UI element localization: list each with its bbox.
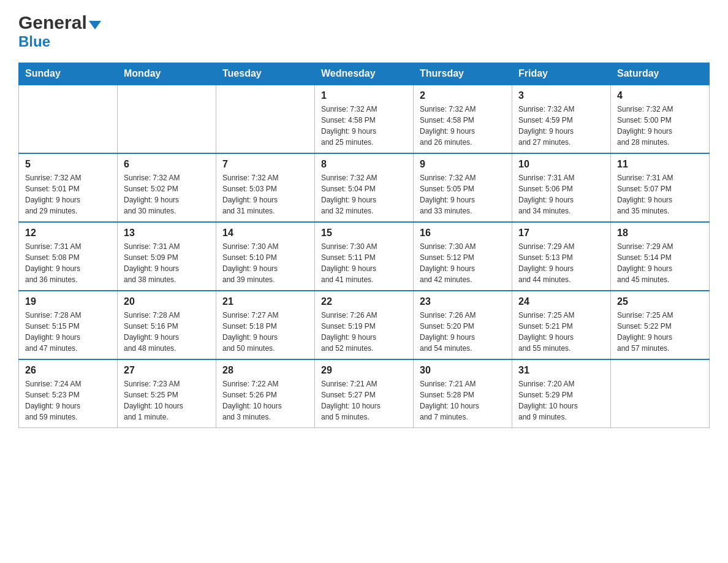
- week-row-1: 1Sunrise: 7:32 AMSunset: 4:58 PMDaylight…: [19, 85, 710, 153]
- day-info: Sunrise: 7:30 AMSunset: 5:12 PMDaylight:…: [420, 241, 506, 285]
- cell-week3-day1: 13Sunrise: 7:31 AMSunset: 5:09 PMDayligh…: [118, 222, 216, 291]
- logo-blue: Blue: [18, 33, 50, 50]
- day-number: 7: [222, 159, 308, 170]
- col-wednesday: Wednesday: [315, 63, 414, 85]
- cell-week4-day1: 20Sunrise: 7:28 AMSunset: 5:16 PMDayligh…: [118, 291, 216, 359]
- week-row-2: 5Sunrise: 7:32 AMSunset: 5:01 PMDaylight…: [19, 153, 710, 222]
- day-info: Sunrise: 7:32 AMSunset: 4:59 PMDaylight:…: [518, 104, 604, 148]
- calendar-header-row: Sunday Monday Tuesday Wednesday Thursday…: [19, 63, 710, 85]
- day-number: 12: [25, 228, 111, 239]
- week-row-5: 26Sunrise: 7:24 AMSunset: 5:23 PMDayligh…: [19, 359, 710, 428]
- day-number: 8: [321, 159, 407, 170]
- day-number: 3: [518, 90, 604, 101]
- day-number: 2: [420, 90, 506, 101]
- day-number: 26: [25, 365, 111, 376]
- cell-week1-day6: 4Sunrise: 7:32 AMSunset: 5:00 PMDaylight…: [611, 85, 710, 153]
- cell-week1-day4: 2Sunrise: 7:32 AMSunset: 4:58 PMDaylight…: [414, 85, 512, 153]
- day-info: Sunrise: 7:20 AMSunset: 5:29 PMDaylight:…: [518, 378, 604, 423]
- cell-week5-day4: 30Sunrise: 7:21 AMSunset: 5:28 PMDayligh…: [414, 359, 512, 428]
- col-thursday: Thursday: [414, 63, 512, 85]
- day-info: Sunrise: 7:26 AMSunset: 5:20 PMDaylight:…: [420, 310, 506, 354]
- cell-week3-day2: 14Sunrise: 7:30 AMSunset: 5:10 PMDayligh…: [216, 222, 315, 291]
- cell-week1-day2: [216, 85, 315, 153]
- day-number: 16: [420, 228, 506, 239]
- day-info: Sunrise: 7:31 AMSunset: 5:09 PMDaylight:…: [124, 241, 210, 285]
- day-number: 17: [518, 228, 604, 239]
- day-number: 30: [420, 365, 506, 376]
- day-info: Sunrise: 7:28 AMSunset: 5:16 PMDaylight:…: [124, 310, 210, 354]
- day-info: Sunrise: 7:24 AMSunset: 5:23 PMDaylight:…: [25, 378, 111, 423]
- logo-general: General: [18, 12, 87, 33]
- week-row-4: 19Sunrise: 7:28 AMSunset: 5:15 PMDayligh…: [19, 291, 710, 359]
- cell-week3-day5: 17Sunrise: 7:29 AMSunset: 5:13 PMDayligh…: [512, 222, 611, 291]
- day-number: 1: [321, 90, 407, 101]
- cell-week4-day0: 19Sunrise: 7:28 AMSunset: 5:15 PMDayligh…: [19, 291, 118, 359]
- cell-week4-day5: 24Sunrise: 7:25 AMSunset: 5:21 PMDayligh…: [512, 291, 611, 359]
- day-info: Sunrise: 7:21 AMSunset: 5:28 PMDaylight:…: [420, 378, 506, 423]
- col-monday: Monday: [118, 63, 216, 85]
- day-number: 21: [222, 296, 308, 307]
- calendar-table: Sunday Monday Tuesday Wednesday Thursday…: [18, 63, 710, 428]
- cell-week2-day6: 11Sunrise: 7:31 AMSunset: 5:07 PMDayligh…: [611, 153, 710, 222]
- day-number: 6: [124, 159, 210, 170]
- day-info: Sunrise: 7:32 AMSunset: 4:58 PMDaylight:…: [420, 104, 506, 148]
- day-number: 4: [617, 90, 703, 101]
- day-number: 28: [222, 365, 308, 376]
- cell-week3-day0: 12Sunrise: 7:31 AMSunset: 5:08 PMDayligh…: [19, 222, 118, 291]
- day-number: 19: [25, 296, 111, 307]
- day-number: 15: [321, 228, 407, 239]
- col-sunday: Sunday: [19, 63, 118, 85]
- cell-week2-day3: 8Sunrise: 7:32 AMSunset: 5:04 PMDaylight…: [315, 153, 414, 222]
- cell-week3-day4: 16Sunrise: 7:30 AMSunset: 5:12 PMDayligh…: [414, 222, 512, 291]
- day-info: Sunrise: 7:31 AMSunset: 5:08 PMDaylight:…: [25, 241, 111, 285]
- day-info: Sunrise: 7:29 AMSunset: 5:14 PMDaylight:…: [617, 241, 703, 285]
- day-number: 23: [420, 296, 506, 307]
- cell-week5-day1: 27Sunrise: 7:23 AMSunset: 5:25 PMDayligh…: [118, 359, 216, 428]
- cell-week4-day6: 25Sunrise: 7:25 AMSunset: 5:22 PMDayligh…: [611, 291, 710, 359]
- day-info: Sunrise: 7:32 AMSunset: 5:05 PMDaylight:…: [420, 172, 506, 216]
- day-number: 22: [321, 296, 407, 307]
- cell-week2-day0: 5Sunrise: 7:32 AMSunset: 5:01 PMDaylight…: [19, 153, 118, 222]
- logo-triangle-icon: [89, 21, 101, 29]
- day-info: Sunrise: 7:30 AMSunset: 5:10 PMDaylight:…: [222, 241, 308, 285]
- page-header: General Blue: [18, 12, 710, 50]
- day-info: Sunrise: 7:32 AMSunset: 5:01 PMDaylight:…: [25, 172, 111, 216]
- cell-week5-day3: 29Sunrise: 7:21 AMSunset: 5:27 PMDayligh…: [315, 359, 414, 428]
- day-number: 31: [518, 365, 604, 376]
- cell-week2-day1: 6Sunrise: 7:32 AMSunset: 5:02 PMDaylight…: [118, 153, 216, 222]
- logo-text: General: [18, 12, 101, 33]
- cell-week1-day1: [118, 85, 216, 153]
- day-number: 11: [617, 159, 703, 170]
- cell-week5-day2: 28Sunrise: 7:22 AMSunset: 5:26 PMDayligh…: [216, 359, 315, 428]
- day-info: Sunrise: 7:31 AMSunset: 5:06 PMDaylight:…: [518, 172, 604, 216]
- day-info: Sunrise: 7:32 AMSunset: 5:00 PMDaylight:…: [617, 104, 703, 148]
- day-info: Sunrise: 7:32 AMSunset: 5:02 PMDaylight:…: [124, 172, 210, 216]
- cell-week4-day4: 23Sunrise: 7:26 AMSunset: 5:20 PMDayligh…: [414, 291, 512, 359]
- day-number: 14: [222, 228, 308, 239]
- day-info: Sunrise: 7:28 AMSunset: 5:15 PMDaylight:…: [25, 310, 111, 354]
- day-info: Sunrise: 7:21 AMSunset: 5:27 PMDaylight:…: [321, 378, 407, 423]
- day-number: 27: [124, 365, 210, 376]
- day-info: Sunrise: 7:30 AMSunset: 5:11 PMDaylight:…: [321, 241, 407, 285]
- day-number: 10: [518, 159, 604, 170]
- day-info: Sunrise: 7:25 AMSunset: 5:22 PMDaylight:…: [617, 310, 703, 354]
- cell-week1-day5: 3Sunrise: 7:32 AMSunset: 4:59 PMDaylight…: [512, 85, 611, 153]
- cell-week5-day6: [611, 359, 710, 428]
- cell-week2-day2: 7Sunrise: 7:32 AMSunset: 5:03 PMDaylight…: [216, 153, 315, 222]
- cell-week2-day4: 9Sunrise: 7:32 AMSunset: 5:05 PMDaylight…: [414, 153, 512, 222]
- day-info: Sunrise: 7:26 AMSunset: 5:19 PMDaylight:…: [321, 310, 407, 354]
- day-info: Sunrise: 7:32 AMSunset: 5:03 PMDaylight:…: [222, 172, 308, 216]
- cell-week3-day3: 15Sunrise: 7:30 AMSunset: 5:11 PMDayligh…: [315, 222, 414, 291]
- cell-week4-day2: 21Sunrise: 7:27 AMSunset: 5:18 PMDayligh…: [216, 291, 315, 359]
- day-info: Sunrise: 7:29 AMSunset: 5:13 PMDaylight:…: [518, 241, 604, 285]
- cell-week1-day0: [19, 85, 118, 153]
- cell-week5-day5: 31Sunrise: 7:20 AMSunset: 5:29 PMDayligh…: [512, 359, 611, 428]
- cell-week4-day3: 22Sunrise: 7:26 AMSunset: 5:19 PMDayligh…: [315, 291, 414, 359]
- week-row-3: 12Sunrise: 7:31 AMSunset: 5:08 PMDayligh…: [19, 222, 710, 291]
- cell-week5-day0: 26Sunrise: 7:24 AMSunset: 5:23 PMDayligh…: [19, 359, 118, 428]
- day-info: Sunrise: 7:32 AMSunset: 4:58 PMDaylight:…: [321, 104, 407, 148]
- cell-week2-day5: 10Sunrise: 7:31 AMSunset: 5:06 PMDayligh…: [512, 153, 611, 222]
- day-info: Sunrise: 7:32 AMSunset: 5:04 PMDaylight:…: [321, 172, 407, 216]
- day-number: 24: [518, 296, 604, 307]
- day-info: Sunrise: 7:27 AMSunset: 5:18 PMDaylight:…: [222, 310, 308, 354]
